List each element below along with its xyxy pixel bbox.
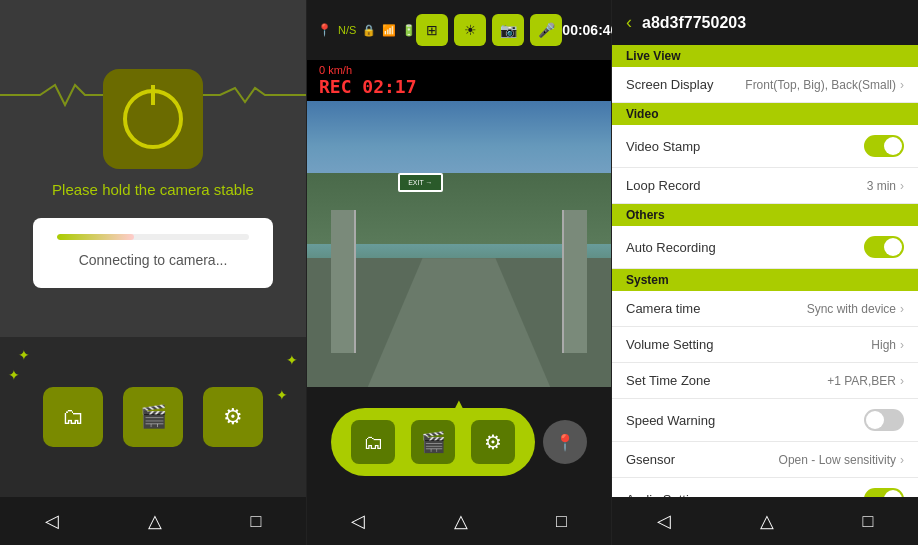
up-arrow-btn[interactable]: ▲ xyxy=(450,395,468,416)
rec-text: REC 02:17 xyxy=(319,76,417,97)
controls-center: 🗂 🎬 ⚙ 📍 xyxy=(317,408,601,476)
panel2-header: 📍 N/S 🔒 📶 🔋 ⊞ ☀ 📷 🎤 00:06:40 ↩ xyxy=(307,0,611,60)
p2-nav-recent[interactable]: □ xyxy=(540,503,583,540)
p1-nav-recent[interactable]: □ xyxy=(235,503,278,540)
section-live-view: Live View xyxy=(612,45,918,67)
label-screen-display: Screen Display xyxy=(626,77,713,92)
p2-nav-home[interactable]: △ xyxy=(438,502,484,540)
gps-pin-icon: 📍 xyxy=(317,23,332,37)
guardrail-left xyxy=(331,210,355,353)
header-left: 📍 N/S 🔒 📶 🔋 xyxy=(317,23,416,37)
grid-icon-btn[interactable]: ⊞ xyxy=(416,14,448,46)
files-ctrl-btn[interactable]: 🗂 xyxy=(351,420,395,464)
connecting-box: Connecting to camera... xyxy=(33,218,273,288)
panel2-nav: ◁ △ □ xyxy=(307,497,611,545)
brightness-icon-btn[interactable]: ☀ xyxy=(454,14,486,46)
settings-btn[interactable]: ⚙ xyxy=(203,387,263,447)
toggle-speed-warning[interactable] xyxy=(864,409,904,431)
value-volume: High › xyxy=(871,338,904,352)
section-video: Video xyxy=(612,103,918,125)
panel3-nav: ◁ △ □ xyxy=(612,497,918,545)
value-camera-time: Sync with device › xyxy=(807,302,904,316)
green-controls-bg: 🗂 🎬 ⚙ xyxy=(331,408,535,476)
label-timezone: Set Time Zone xyxy=(626,373,711,388)
settings-row-screen-display[interactable]: Screen Display Front(Top, Big), Back(Sma… xyxy=(612,67,918,103)
section-others: Others xyxy=(612,204,918,226)
sparkle-1: ✦ xyxy=(18,347,30,363)
camera-power-icon xyxy=(123,89,183,149)
label-auto-recording: Auto Recording xyxy=(626,240,716,255)
settings-ctrl-btn[interactable]: ⚙ xyxy=(471,420,515,464)
sparkle-4: ✦ xyxy=(286,352,298,368)
settings-row-video-stamp[interactable]: Video Stamp xyxy=(612,125,918,168)
video-ctrl-btn[interactable]: 🎬 xyxy=(411,420,455,464)
label-speed-warning: Speed Warning xyxy=(626,413,715,428)
settings-row-audio[interactable]: Audio Setting xyxy=(612,478,918,497)
device-id: a8d3f7750203 xyxy=(642,14,746,32)
settings-row-auto-recording[interactable]: Auto Recording xyxy=(612,226,918,269)
chevron-screen-display: › xyxy=(900,78,904,92)
p3-nav-back[interactable]: ◁ xyxy=(641,502,687,540)
highway-sign: EXIT → xyxy=(398,173,442,192)
bottom-icons-row: 🗂 🎬 ⚙ xyxy=(43,387,263,447)
p3-nav-home[interactable]: △ xyxy=(744,502,790,540)
toggle-video-stamp[interactable] xyxy=(864,135,904,157)
sparkle-3: ✦ xyxy=(276,387,288,403)
mic-btn[interactable]: 🎤 xyxy=(530,14,562,46)
p2-nav-back[interactable]: ◁ xyxy=(335,502,381,540)
settings-panel: ‹ a8d3f7750203 Live View Screen Display … xyxy=(612,0,918,545)
value-gsensor: Open - Low sensitivity › xyxy=(779,453,904,467)
chevron-loop-record: › xyxy=(900,179,904,193)
label-loop-record: Loop Record xyxy=(626,178,700,193)
settings-row-gsensor[interactable]: Gsensor Open - Low sensitivity › xyxy=(612,442,918,478)
speed-text: 0 km/h xyxy=(319,64,352,76)
header-icons: ⊞ ☀ 📷 🎤 xyxy=(416,14,562,46)
p1-nav-home[interactable]: △ xyxy=(132,502,178,540)
road-surface xyxy=(368,258,550,387)
panel1-bottom: ✦ ✦ ✦ ✦ 🗂 🎬 ⚙ xyxy=(0,337,306,497)
value-timezone: +1 PAR,BER › xyxy=(827,374,904,388)
guardrail-right xyxy=(562,210,586,353)
p1-nav-back[interactable]: ◁ xyxy=(29,502,75,540)
camera-icon-container xyxy=(103,69,203,169)
battery-icon: 🔋 xyxy=(402,24,416,37)
panel1-nav: ◁ △ □ xyxy=(0,497,306,545)
camera-view-panel: 📍 N/S 🔒 📶 🔋 ⊞ ☀ 📷 🎤 00:06:40 ↩ 0 km/h RE… xyxy=(306,0,612,545)
panel2-bottom-controls: ▲ 🗂 🎬 ⚙ 📍 xyxy=(307,387,611,497)
label-video-stamp: Video Stamp xyxy=(626,139,700,154)
toggle-audio[interactable] xyxy=(864,488,904,497)
camera-switch-btn[interactable]: 📷 xyxy=(492,14,524,46)
settings-row-speed-warning[interactable]: Speed Warning xyxy=(612,399,918,442)
settings-list[interactable]: Live View Screen Display Front(Top, Big)… xyxy=(612,45,918,497)
signal-icon: 📶 xyxy=(382,24,396,37)
settings-back-arrow[interactable]: ‹ xyxy=(626,12,632,33)
settings-row-loop-record[interactable]: Loop Record 3 min › xyxy=(612,168,918,204)
files-btn[interactable]: 🗂 xyxy=(43,387,103,447)
sparkle-2: ✦ xyxy=(8,367,20,383)
stable-message: Please hold the camera stable xyxy=(52,181,254,198)
panel3-header: ‹ a8d3f7750203 xyxy=(612,0,918,45)
chevron-gsensor: › xyxy=(900,453,904,467)
section-system: System xyxy=(612,269,918,291)
lock-icon: 🔒 xyxy=(362,24,376,37)
value-loop-record: 3 min › xyxy=(867,179,904,193)
label-volume: Volume Setting xyxy=(626,337,713,352)
settings-row-camera-time[interactable]: Camera time Sync with device › xyxy=(612,291,918,327)
header-time: 00:06:40 xyxy=(562,22,618,38)
video-btn[interactable]: 🎬 xyxy=(123,387,183,447)
settings-row-timezone[interactable]: Set Time Zone +1 PAR,BER › xyxy=(612,363,918,399)
label-camera-time: Camera time xyxy=(626,301,700,316)
p3-nav-recent[interactable]: □ xyxy=(847,503,890,540)
progress-bar-bg xyxy=(57,234,249,240)
progress-bar-fill xyxy=(57,234,134,240)
chevron-camera-time: › xyxy=(900,302,904,316)
value-screen-display: Front(Top, Big), Back(Small) › xyxy=(745,78,904,92)
toggle-auto-recording[interactable] xyxy=(864,236,904,258)
location-btn[interactable]: 📍 xyxy=(543,420,587,464)
connecting-panel: Please hold the camera stable Connecting… xyxy=(0,0,306,545)
connecting-top: Please hold the camera stable Connecting… xyxy=(0,0,306,337)
gps-indicator: N/S xyxy=(338,24,356,36)
chevron-timezone: › xyxy=(900,374,904,388)
chevron-volume: › xyxy=(900,338,904,352)
settings-row-volume[interactable]: Volume Setting High › xyxy=(612,327,918,363)
